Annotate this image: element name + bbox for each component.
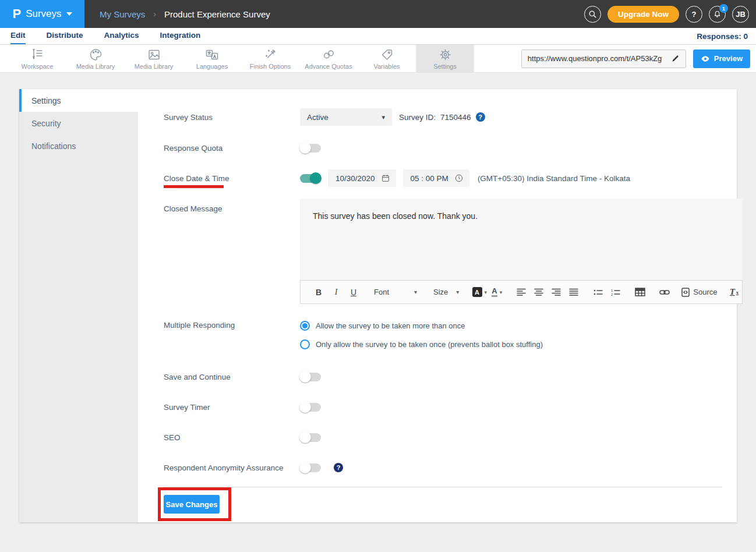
save-and-continue-toggle[interactable] <box>300 373 321 381</box>
chevron-down-icon: ▾ <box>414 289 417 295</box>
tool-languages[interactable]: Languages <box>183 45 241 72</box>
save-changes-button[interactable]: Save Changes <box>164 495 220 514</box>
response-quota-toggle[interactable] <box>300 144 321 153</box>
ribbon-right: Preview <box>521 45 756 72</box>
timezone-text: (GMT+05:30) India Standard Time - Kolkat… <box>478 174 630 183</box>
sidebar-item-security[interactable]: Security <box>19 112 138 135</box>
align-left-icon <box>517 288 526 296</box>
align-center-icon <box>534 288 543 296</box>
tool-finish-options[interactable]: Finish Options <box>241 45 299 72</box>
tab-distribute[interactable]: Distribute <box>47 31 83 44</box>
underline-button[interactable]: U <box>346 285 361 300</box>
settings-sidebar: Settings Security Notifications <box>19 89 138 522</box>
bulleted-list-button[interactable] <box>591 285 606 300</box>
breadcrumb: My Surveys › Product Experience Survey <box>100 9 270 19</box>
italic-button[interactable]: I <box>328 285 344 300</box>
survey-id: Survey ID: 7150446 <box>399 113 471 122</box>
multiple-responding-row: Multiple Responding Allow the survey to … <box>164 316 722 353</box>
eye-icon <box>701 55 710 62</box>
seo-toggle[interactable] <box>300 433 321 442</box>
tool-design[interactable]: Media Library <box>66 45 125 72</box>
app-menu-label: Surveys <box>26 8 61 20</box>
radio-option-once[interactable]: Only allow the survey to be taken once (… <box>300 335 543 353</box>
survey-url-input[interactable] <box>522 54 666 63</box>
survey-nav: Edit Distribute Analytics Integration Re… <box>0 28 756 45</box>
upgrade-now-button[interactable]: Upgrade Now <box>607 6 679 23</box>
respondent-anonymity-row: Respondent Anonymity Assurance ? <box>164 459 722 476</box>
survey-id-help-icon[interactable]: ? <box>476 112 485 122</box>
remove-format-button[interactable]: Tx <box>727 285 742 300</box>
user-avatar[interactable]: JB <box>732 6 749 23</box>
response-quota-row: Response Quota <box>164 139 722 157</box>
svg-text:1: 1 <box>611 289 613 292</box>
tab-integration[interactable]: Integration <box>160 31 201 44</box>
survey-timer-toggle[interactable] <box>300 403 321 412</box>
bold-button[interactable]: B <box>311 285 326 300</box>
link-icon <box>659 289 670 296</box>
text-color-button[interactable]: A▾ <box>489 285 504 300</box>
insert-table-button[interactable] <box>633 285 648 300</box>
sidebar-item-settings[interactable]: Settings <box>19 89 138 112</box>
close-date-time-row: Close Date & Time 10/30/2020 05 : 00 PM … <box>164 169 722 187</box>
align-left-button[interactable] <box>514 285 529 300</box>
notification-badge: 1 <box>719 4 728 13</box>
numbered-list-button[interactable]: 12 <box>608 285 623 300</box>
align-justify-icon <box>569 288 578 296</box>
search-icon <box>588 10 597 19</box>
font-dropdown[interactable]: Font▾ <box>370 285 421 300</box>
responses-count: Responses: 0 <box>697 32 756 41</box>
settings-icon <box>438 48 453 62</box>
insert-link-button[interactable] <box>657 285 672 300</box>
tool-variables[interactable]: Variables <box>358 45 416 72</box>
numbered-list-icon: 12 <box>611 288 620 296</box>
multiple-responding-label: Multiple Responding <box>164 316 300 330</box>
respondent-anonymity-help-icon[interactable]: ? <box>334 463 343 472</box>
background-color-button[interactable]: A▾ <box>472 285 487 300</box>
edit-url-button[interactable] <box>666 50 686 68</box>
align-right-icon <box>552 288 561 296</box>
tool-media-library[interactable]: Media Library <box>125 45 183 72</box>
notifications-button[interactable]: 1 <box>709 6 726 23</box>
response-quota-label: Response Quota <box>164 144 300 153</box>
search-button[interactable] <box>584 6 601 23</box>
survey-status-select[interactable]: Active ▾ <box>300 108 392 126</box>
breadcrumb-my-surveys[interactable]: My Surveys <box>100 9 145 19</box>
settings-form: Survey Status Active ▾ Survey ID: 715044… <box>138 89 737 522</box>
close-date-time-toggle[interactable] <box>300 174 321 183</box>
preview-button[interactable]: Preview <box>693 49 750 68</box>
breadcrumb-separator: › <box>153 9 156 19</box>
pencil-icon <box>671 54 680 63</box>
workspace-icon <box>30 48 45 62</box>
tab-edit[interactable]: Edit <box>10 31 26 44</box>
tool-settings[interactable]: Settings <box>416 45 474 72</box>
surveys-app-menu[interactable]: P Surveys <box>0 0 84 28</box>
closed-message-textarea[interactable]: This survey has been closed now. Thank y… <box>300 199 743 280</box>
question-mark-icon: ? <box>692 10 697 19</box>
help-button[interactable]: ? <box>686 6 702 23</box>
align-justify-button[interactable] <box>566 285 581 300</box>
sidebar-item-notifications[interactable]: Notifications <box>19 135 138 157</box>
close-date-field[interactable]: 10/30/2020 <box>328 169 396 187</box>
size-dropdown[interactable]: Size▾ <box>430 285 462 300</box>
close-date-time-label: Close Date & Time <box>164 174 300 183</box>
close-time-field[interactable]: 05 : 00 PM <box>403 169 469 187</box>
radio-option-multiple[interactable]: Allow the survey to be taken more than o… <box>300 316 543 335</box>
tab-analytics[interactable]: Analytics <box>104 31 139 44</box>
top-bar: P Surveys My Surveys › Product Experienc… <box>0 0 756 28</box>
align-center-button[interactable] <box>531 285 546 300</box>
source-button[interactable]: Source <box>681 285 717 300</box>
tool-workspace[interactable]: Workspace <box>8 45 66 72</box>
chevron-down-icon: ▾ <box>381 114 385 121</box>
respondent-anonymity-toggle[interactable] <box>300 463 321 472</box>
closed-message-editor: This survey has been closed now. Thank y… <box>300 199 743 304</box>
breadcrumb-current-survey: Product Experience Survey <box>164 9 270 19</box>
survey-status-label: Survey Status <box>164 113 300 122</box>
avatar-initials: JB <box>736 10 746 19</box>
media-library-icon <box>147 48 161 62</box>
seo-label: SEO <box>164 433 300 442</box>
calendar-icon <box>381 174 390 183</box>
table-icon <box>635 288 645 296</box>
radio-unselected-icon <box>300 339 310 349</box>
tool-advance-quotas[interactable]: Advance Quotas <box>299 45 358 72</box>
align-right-button[interactable] <box>549 285 564 300</box>
